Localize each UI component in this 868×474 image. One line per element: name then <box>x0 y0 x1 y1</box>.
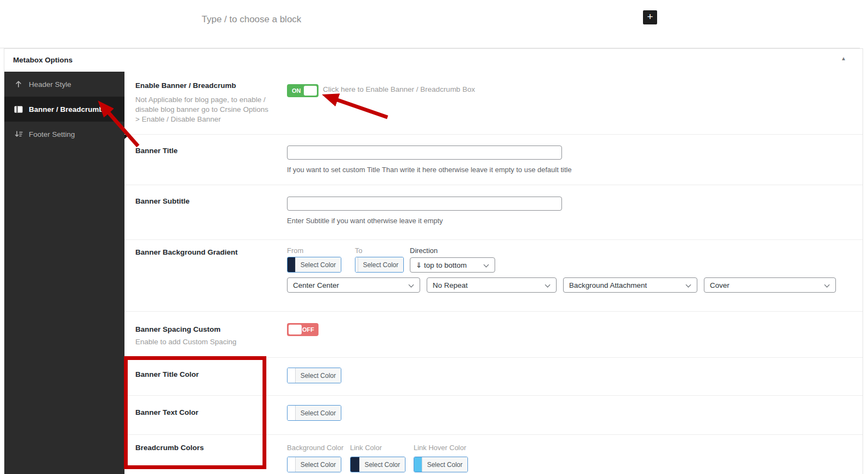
sidebar-item-label: Footer Setting <box>29 130 75 138</box>
background-repeat-select[interactable]: No Repeat <box>427 277 557 293</box>
toggle-on-label: ON <box>292 87 301 94</box>
sidebar-item-banner-breadcrumb[interactable]: Banner / Breadcrumb <box>4 97 124 122</box>
select-color-button[interactable]: Select Color <box>296 406 341 420</box>
select-value: Background Attachment <box>569 281 647 289</box>
collapse-panel-icon[interactable]: ▲ <box>841 55 846 61</box>
toggle-hint: Click here to Enable Banner / Breadcrumb… <box>323 85 475 93</box>
sort-down-icon <box>14 130 23 138</box>
row-banner-subtitle: Banner Subtitle Enter Subtitle if you wa… <box>124 185 863 239</box>
background-position-select[interactable]: Center Center <box>287 277 420 293</box>
row-banner-text-color: Banner Text Color Select Color <box>124 395 863 434</box>
toggle-knob <box>304 86 317 96</box>
breadcrumb-background-color-picker[interactable]: Select Color <box>287 457 341 472</box>
spacing-custom-toggle[interactable]: OFF <box>287 323 319 336</box>
field-label: Banner Title Color <box>135 370 199 378</box>
background-size-select[interactable]: Cover <box>704 277 836 293</box>
field-help: If you want to set custom Title Than wri… <box>287 166 572 174</box>
field-label: Enable Banner / Breadcrumb <box>135 81 236 90</box>
color-swatch <box>288 406 296 420</box>
to-label: To <box>355 247 363 255</box>
chevron-down-icon <box>825 282 830 288</box>
add-block-button[interactable]: + <box>643 10 657 24</box>
plus-icon: + <box>647 11 653 22</box>
field-label: Breadcrumb Colors <box>135 444 204 452</box>
row-spacing-custom: Banner Spacing Custom Enable to add Cust… <box>124 311 863 357</box>
metabox-content: Enable Banner / Breadcrumb Not Applicabl… <box>124 72 863 474</box>
banner-subtitle-input[interactable] <box>287 197 562 211</box>
arrow-up-icon <box>14 80 23 88</box>
select-color-button[interactable]: Select Color <box>358 257 403 272</box>
banner-title-input[interactable] <box>287 146 562 160</box>
metabox-panel: Metabox Options ▲ Header Style Banner / … <box>4 48 863 474</box>
chevron-down-icon <box>545 282 551 288</box>
color-swatch <box>288 368 296 383</box>
field-help: Enter Subtitle if you want otherwise lea… <box>287 217 443 225</box>
color-swatch <box>414 457 422 472</box>
columns-icon <box>14 105 23 113</box>
sidebar-item-footer-setting[interactable]: Footer Setting <box>4 122 124 147</box>
chevron-down-icon <box>686 282 691 288</box>
select-color-button[interactable]: Select Color <box>360 457 405 472</box>
enable-banner-toggle[interactable]: ON <box>287 84 319 97</box>
field-label: Banner Spacing Custom <box>135 325 221 333</box>
select-value: ⇓ top to bottom <box>416 261 467 269</box>
background-attachment-select[interactable]: Background Attachment <box>563 277 697 293</box>
toggle-off-label: OFF <box>302 326 314 333</box>
select-color-button[interactable]: Select Color <box>296 368 341 383</box>
gradient-to-color-picker[interactable]: Select Color <box>355 257 404 273</box>
row-banner-title-color: Banner Title Color Select Color <box>124 357 863 395</box>
banner-text-color-picker[interactable]: Select Color <box>287 405 341 421</box>
color-swatch <box>288 257 296 272</box>
metabox-title: Metabox Options <box>13 56 73 64</box>
metabox-sidebar: Header Style Banner / Breadcrumb Footer … <box>4 72 124 474</box>
link-hover-color-label: Link Hover Color <box>414 444 466 452</box>
row-background-gradient: Banner Background Gradient From Select C… <box>124 239 863 311</box>
metabox-header: Metabox Options ▲ <box>4 49 863 72</box>
chevron-down-icon <box>409 282 414 288</box>
breadcrumb-link-hover-color-picker[interactable]: Select Color <box>414 457 468 472</box>
link-color-label: Link Color <box>350 444 382 452</box>
background-color-label: Background Color <box>287 444 344 452</box>
row-enable-banner: Enable Banner / Breadcrumb Not Applicabl… <box>124 72 863 134</box>
from-label: From <box>287 247 303 255</box>
breadcrumb-link-color-picker[interactable]: Select Color <box>350 457 405 472</box>
select-color-button[interactable]: Select Color <box>296 457 341 472</box>
color-swatch <box>288 457 296 472</box>
banner-title-color-picker[interactable]: Select Color <box>287 368 341 383</box>
field-label: Banner Text Color <box>135 408 198 416</box>
field-description: Not Applicable for blog page, to enable … <box>135 95 269 124</box>
field-description: Enable to add Custom Spacing <box>135 338 236 346</box>
block-inserter-placeholder[interactable]: Type / to choose a block <box>202 14 301 25</box>
row-breadcrumb-colors: Breadcrumb Colors Background Color Link … <box>124 434 863 474</box>
select-value: No Repeat <box>433 281 468 289</box>
field-label: Banner Subtitle <box>135 197 190 205</box>
chevron-down-icon <box>484 262 489 268</box>
color-swatch <box>351 457 360 472</box>
toggle-knob <box>289 325 302 334</box>
select-color-button[interactable]: Select Color <box>422 457 467 472</box>
select-value: Cover <box>710 281 729 289</box>
sidebar-item-label: Header Style <box>29 80 71 89</box>
sidebar-item-label: Banner / Breadcrumb <box>29 105 103 113</box>
field-label: Banner Title <box>135 147 178 155</box>
field-label: Banner Background Gradient <box>135 248 238 256</box>
select-value: Center Center <box>293 281 339 289</box>
row-banner-title: Banner Title If you want to set custom T… <box>124 134 863 185</box>
gradient-from-color-picker[interactable]: Select Color <box>287 257 341 273</box>
gradient-direction-select[interactable]: ⇓ top to bottom <box>410 257 495 273</box>
select-color-button[interactable]: Select Color <box>296 257 341 272</box>
direction-label: Direction <box>410 247 438 255</box>
sidebar-item-header-style[interactable]: Header Style <box>4 72 124 97</box>
